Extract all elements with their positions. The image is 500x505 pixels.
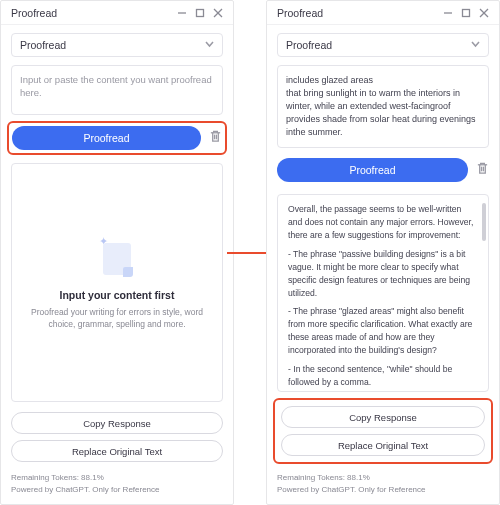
input-placeholder: Input or paste the content you want proo… [20,74,212,98]
minimize-button[interactable] [439,4,457,22]
trash-icon [209,130,222,143]
maximize-icon [195,8,205,18]
proofread-button[interactable]: Proofread [277,158,468,182]
proofread-button-highlight: Proofread [7,121,227,155]
mode-selector[interactable]: Proofread [277,33,489,57]
close-button[interactable] [209,4,227,22]
output-paragraph: - The phrase "passive building designs" … [288,248,478,300]
replace-text-label: Replace Original Text [72,446,162,457]
input-textarea[interactable]: includes glazed areas that bring sunligh… [277,65,489,148]
copy-response-button[interactable]: Copy Response [11,412,223,434]
chevron-down-icon [205,39,214,51]
maximize-button[interactable] [457,4,475,22]
proofread-panel-left: Proofread Proofread Input or paste the c… [0,0,234,505]
trash-icon [476,162,489,175]
copy-response-label: Copy Response [83,418,151,429]
mode-selector-value: Proofread [286,39,332,51]
response-actions: Copy Response Replace Original Text [1,402,233,466]
window-title: Proofread [277,7,323,19]
replace-text-button[interactable]: Replace Original Text [11,440,223,462]
chevron-down-icon [471,39,480,51]
tokens-remaining: Remaining Tokens: 88.1% [277,472,489,484]
minimize-icon [177,8,187,18]
proofread-button-label: Proofread [349,164,395,176]
input-textarea[interactable]: Input or paste the content you want proo… [11,65,223,115]
maximize-icon [461,8,471,18]
clear-button[interactable] [209,129,222,147]
mode-selector-row: Proofread [267,25,499,63]
input-content: includes glazed areas that bring sunligh… [286,75,476,137]
footer-credit: Powered by ChatGPT. Only for Reference [277,484,489,496]
clear-button[interactable] [476,161,489,179]
copy-response-label: Copy Response [349,412,417,423]
minimize-button[interactable] [173,4,191,22]
mode-selector[interactable]: Proofread [11,33,223,57]
response-actions-highlight: Copy Response Replace Original Text [273,398,493,464]
primary-action-row: Proofread [267,148,499,190]
svg-rect-1 [197,9,204,16]
output-paragraph: - The phrase "glazed areas" might also b… [288,305,478,357]
copy-response-button[interactable]: Copy Response [281,406,485,428]
mode-selector-row: Proofread [1,25,233,63]
proofread-button[interactable]: Proofread [12,126,201,150]
footer: Remaining Tokens: 88.1% Powered by ChatG… [1,466,233,504]
replace-text-button[interactable]: Replace Original Text [281,434,485,456]
empty-state-icon: ✦ [95,235,139,279]
close-icon [213,8,223,18]
proofread-button-label: Proofread [83,132,129,144]
output-area[interactable]: Overall, the passage seems to be well-wr… [277,194,489,392]
empty-state-subtitle: Proofread your writing for errors in sty… [27,307,207,331]
scrollbar-thumb[interactable] [482,203,486,241]
titlebar: Proofread [267,1,499,25]
window-title: Proofread [11,7,57,19]
titlebar: Proofread [1,1,233,25]
tokens-remaining: Remaining Tokens: 88.1% [11,472,223,484]
empty-state-title: Input your content first [60,289,175,301]
output-area-empty: ✦ Input your content first Proofread you… [11,163,223,402]
close-icon [479,8,489,18]
minimize-icon [443,8,453,18]
footer-credit: Powered by ChatGPT. Only for Reference [11,484,223,496]
mode-selector-value: Proofread [20,39,66,51]
maximize-button[interactable] [191,4,209,22]
proofread-panel-right: Proofread Proofread includes glazed area… [266,0,500,505]
footer: Remaining Tokens: 88.1% Powered by ChatG… [267,466,499,504]
output-paragraph: - In the second sentence, "while" should… [288,363,478,389]
output-paragraph: Overall, the passage seems to be well-wr… [288,203,478,242]
replace-text-label: Replace Original Text [338,440,428,451]
svg-rect-9 [463,9,470,16]
close-button[interactable] [475,4,493,22]
